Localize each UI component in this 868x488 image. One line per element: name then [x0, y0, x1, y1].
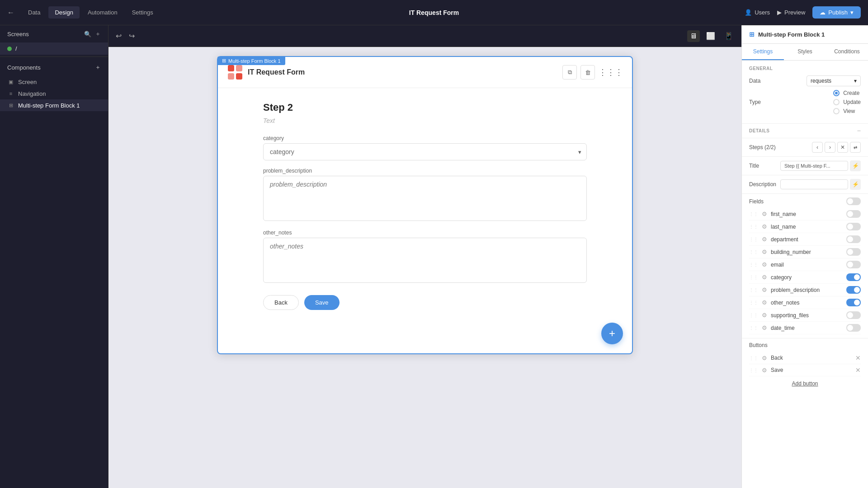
tablet-view-button[interactable]: ⬜ — [703, 30, 718, 42]
settings-tab[interactable]: Settings — [742, 44, 784, 60]
undo-button[interactable]: ↩ — [114, 30, 123, 42]
type-row: Type Create Update View — [749, 90, 861, 114]
gear-icon[interactable]: ⚙ — [762, 261, 767, 268]
step-settings-button[interactable]: ⇄ — [850, 142, 861, 153]
step-prev-button[interactable]: ‹ — [812, 142, 823, 153]
drag-handle-icon[interactable]: ⋮⋮ — [749, 275, 758, 280]
remove-save-button[interactable]: ✕ — [855, 366, 861, 374]
publish-button[interactable]: ☁ Publish ▾ — [812, 6, 861, 19]
mobile-view-button[interactable]: 📱 — [722, 30, 736, 42]
nav-tabs: Data Design Automation Settings — [22, 6, 160, 19]
main-layout: Screens 🔍 ＋ / Components ＋ ▣ Screen ≡ Na… — [0, 25, 868, 488]
preview-button[interactable]: ▶ Preview — [777, 9, 805, 16]
tab-automation[interactable]: Automation — [81, 6, 124, 19]
radio-view-circle — [833, 108, 840, 114]
buttons-section: Buttons ⋮⋮ ⚙ Back ✕ ⋮⋮ ⚙ Save ✕ Add butt… — [742, 338, 868, 394]
svg-rect-1 — [236, 65, 242, 71]
conditions-tab[interactable]: Conditions — [826, 44, 868, 60]
field-toggle-other-notes[interactable] — [846, 299, 861, 306]
add-screen-icon[interactable]: ＋ — [95, 30, 101, 38]
drag-handle-icon[interactable]: ⋮⋮ — [749, 368, 758, 373]
data-select[interactable]: requests ▾ — [807, 75, 861, 86]
gear-icon[interactable]: ⚙ — [762, 367, 767, 374]
gear-icon[interactable]: ⚙ — [762, 236, 767, 243]
radio-update[interactable]: Update — [833, 99, 861, 105]
category-select-wrapper: category ▾ — [263, 143, 587, 160]
gear-icon[interactable]: ⚙ — [762, 286, 767, 293]
description-lightning-button[interactable]: ⚡ — [850, 179, 861, 190]
tab-data[interactable]: Data — [22, 6, 47, 19]
field-toggle-category[interactable] — [846, 273, 861, 281]
top-nav: ← Data Design Automation Settings IT Req… — [0, 0, 868, 25]
problem-description-textarea[interactable] — [263, 176, 587, 221]
step-next-button[interactable]: › — [825, 142, 835, 153]
fields-master-toggle[interactable] — [846, 197, 861, 205]
title-row: Title ⚡ — [742, 157, 868, 175]
fab-add-button[interactable]: + — [601, 323, 623, 344]
title-lightning-button[interactable]: ⚡ — [850, 160, 861, 171]
drag-handle-icon[interactable]: ⋮⋮ — [749, 262, 758, 267]
steps-row: Steps (2/2) ‹ › ✕ ⇄ — [742, 138, 868, 157]
drag-handle-icon[interactable]: ⋮⋮ — [749, 313, 758, 318]
title-input[interactable] — [780, 161, 848, 171]
tab-settings[interactable]: Settings — [126, 6, 160, 19]
category-select[interactable]: category — [263, 143, 587, 160]
back-button[interactable]: ← — [7, 9, 14, 17]
add-component-icon[interactable]: ＋ — [95, 63, 101, 71]
gear-icon[interactable]: ⚙ — [762, 312, 767, 319]
tree-item-navigation[interactable]: ≡ Navigation — [0, 88, 108, 99]
canvas-area: ↩ ↪ 🖥 ⬜ 📱 ⊞ Multi-step Form Block 1 — [108, 25, 741, 488]
description-input[interactable] — [780, 179, 848, 189]
drag-handle-icon[interactable]: ⋮⋮ — [749, 287, 758, 292]
field-toggle-building-number[interactable] — [846, 248, 861, 256]
add-button-link[interactable]: Add button — [792, 380, 818, 387]
drag-handle-icon[interactable]: ⋮⋮ — [749, 249, 758, 254]
back-form-button[interactable]: Back — [263, 295, 299, 310]
publish-chevron: ▾ — [850, 9, 854, 16]
general-section: GENERAL Data requests ▾ Type Create — [742, 61, 868, 124]
field-toggle-first-name[interactable] — [846, 210, 861, 218]
drag-handle-icon[interactable]: ⋮⋮ — [749, 325, 758, 330]
remove-back-button[interactable]: ✕ — [855, 354, 861, 361]
users-button[interactable]: 👤 Users — [745, 9, 770, 16]
save-form-button[interactable]: Save — [304, 295, 340, 310]
gear-icon[interactable]: ⚙ — [762, 211, 767, 217]
form-more-button[interactable]: ⋮⋮⋮ — [599, 67, 623, 77]
radio-view[interactable]: View — [833, 108, 861, 114]
gear-icon[interactable]: ⚙ — [762, 249, 767, 255]
field-toggle-problem-description[interactable] — [846, 286, 861, 294]
step-close-button[interactable]: ✕ — [837, 142, 848, 153]
search-icon[interactable]: 🔍 — [84, 31, 91, 38]
field-toggle-email[interactable] — [846, 261, 861, 268]
drag-handle-icon[interactable]: ⋮⋮ — [749, 356, 758, 361]
field-toggle-supporting-files[interactable] — [846, 311, 861, 319]
radio-create[interactable]: Create — [833, 90, 861, 96]
drag-handle-icon[interactable]: ⋮⋮ — [749, 211, 758, 216]
tree-item-multistep[interactable]: ⊞ Multi-step Form Block 1 — [0, 99, 108, 111]
form-logo: IT Request Form — [227, 64, 305, 80]
form-preview: ⊞ Multi-step Form Block 1 IT Request For… — [217, 56, 633, 354]
tree-item-screen[interactable]: ▣ Screen — [0, 76, 108, 88]
gear-icon[interactable]: ⚙ — [762, 324, 767, 331]
drag-handle-icon[interactable]: ⋮⋮ — [749, 224, 758, 229]
screen-item[interactable]: / — [0, 42, 108, 55]
field-toggle-department[interactable] — [846, 235, 861, 243]
gear-icon[interactable]: ⚙ — [762, 299, 767, 306]
gear-icon[interactable]: ⚙ — [762, 274, 767, 281]
form-duplicate-button[interactable]: ⧉ — [562, 65, 577, 80]
gear-icon[interactable]: ⚙ — [762, 355, 767, 361]
redo-button[interactable]: ↪ — [127, 30, 137, 42]
gear-icon[interactable]: ⚙ — [762, 223, 767, 230]
tab-design[interactable]: Design — [48, 6, 79, 19]
multistep-form-label: ⊞ Multi-step Form Block 1 — [217, 56, 285, 65]
desktop-view-button[interactable]: 🖥 — [687, 30, 700, 42]
field-item-last-name: ⋮⋮ ⚙ last_name — [749, 221, 861, 233]
drag-handle-icon[interactable]: ⋮⋮ — [749, 237, 758, 242]
field-toggle-last-name[interactable] — [846, 223, 861, 230]
drag-handle-icon[interactable]: ⋮⋮ — [749, 300, 758, 305]
form-delete-button[interactable]: 🗑 — [580, 65, 595, 80]
other-notes-textarea[interactable] — [263, 238, 587, 283]
collapse-icon[interactable]: ─ — [857, 128, 861, 133]
field-toggle-date-time[interactable] — [846, 324, 861, 332]
styles-tab[interactable]: Styles — [784, 44, 826, 60]
